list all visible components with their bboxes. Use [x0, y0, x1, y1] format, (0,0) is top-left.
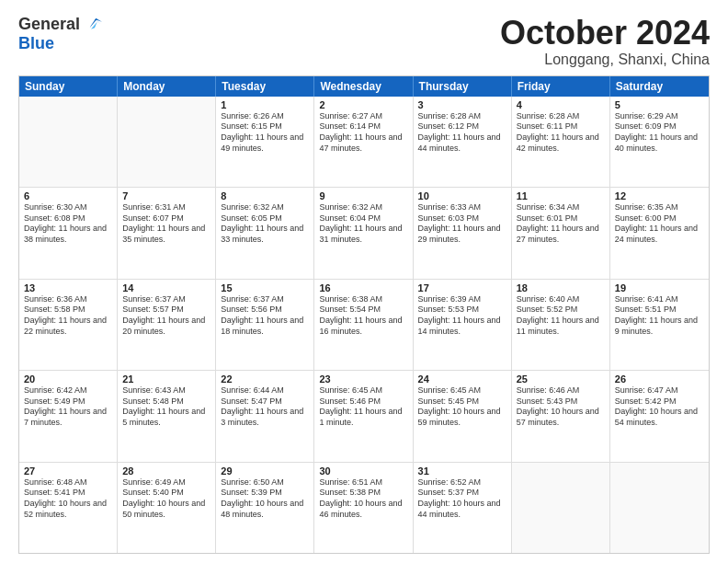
calendar-cell: [610, 463, 709, 553]
day-number: 3: [418, 99, 506, 110]
calendar-cell: 16Sunrise: 6:38 AM Sunset: 5:54 PM Dayli…: [314, 280, 413, 370]
header-day-wednesday: Wednesday: [314, 76, 413, 97]
cell-info: Sunrise: 6:52 AM Sunset: 5:37 PM Dayligh…: [418, 477, 506, 521]
cell-info: Sunrise: 6:28 AM Sunset: 6:12 PM Dayligh…: [418, 111, 506, 155]
day-number: 25: [517, 373, 605, 385]
calendar-week-2: 6Sunrise: 6:30 AM Sunset: 6:08 PM Daylig…: [19, 188, 709, 279]
day-number: 10: [418, 190, 506, 201]
header-day-tuesday: Tuesday: [216, 76, 314, 97]
cell-info: Sunrise: 6:32 AM Sunset: 6:05 PM Dayligh…: [221, 202, 309, 246]
cell-info: Sunrise: 6:28 AM Sunset: 6:11 PM Dayligh…: [517, 111, 605, 155]
page: General Blue October 2024 Longgang, Shan…: [0, 0, 728, 563]
calendar-cell: 12Sunrise: 6:35 AM Sunset: 6:00 PM Dayli…: [610, 188, 709, 278]
calendar-cell: 4Sunrise: 6:28 AM Sunset: 6:11 PM Daylig…: [512, 97, 610, 187]
day-number: 27: [24, 465, 112, 477]
calendar-cell: 5Sunrise: 6:29 AM Sunset: 6:09 PM Daylig…: [610, 97, 709, 187]
calendar-cell: 14Sunrise: 6:37 AM Sunset: 5:57 PM Dayli…: [118, 280, 216, 370]
logo-bird-icon: [84, 16, 102, 34]
day-number: 26: [615, 373, 704, 385]
day-number: 17: [418, 282, 506, 293]
header-day-friday: Friday: [512, 76, 610, 97]
day-number: 13: [24, 282, 112, 293]
calendar-cell: 10Sunrise: 6:33 AM Sunset: 6:03 PM Dayli…: [414, 188, 512, 278]
cell-info: Sunrise: 6:44 AM Sunset: 5:47 PM Dayligh…: [221, 385, 309, 429]
calendar-cell: 31Sunrise: 6:52 AM Sunset: 5:37 PM Dayli…: [414, 463, 512, 553]
cell-info: Sunrise: 6:48 AM Sunset: 5:41 PM Dayligh…: [24, 477, 112, 521]
calendar-body: 1Sunrise: 6:26 AM Sunset: 6:15 PM Daylig…: [19, 97, 709, 553]
day-number: 4: [517, 99, 605, 110]
calendar-week-5: 27Sunrise: 6:48 AM Sunset: 5:41 PM Dayli…: [19, 463, 709, 553]
cell-info: Sunrise: 6:27 AM Sunset: 6:14 PM Dayligh…: [319, 111, 407, 155]
day-number: 9: [319, 190, 407, 201]
calendar-cell: 1Sunrise: 6:26 AM Sunset: 6:15 PM Daylig…: [216, 97, 314, 187]
day-number: 14: [122, 282, 210, 293]
svg-marker-0: [90, 17, 102, 28]
header-day-thursday: Thursday: [414, 76, 512, 97]
calendar-cell: [118, 97, 216, 187]
calendar-cell: 11Sunrise: 6:34 AM Sunset: 6:01 PM Dayli…: [512, 188, 610, 278]
calendar-cell: 17Sunrise: 6:39 AM Sunset: 5:53 PM Dayli…: [414, 280, 512, 370]
calendar-cell: 24Sunrise: 6:45 AM Sunset: 5:45 PM Dayli…: [414, 371, 512, 461]
calendar-cell: 27Sunrise: 6:48 AM Sunset: 5:41 PM Dayli…: [19, 463, 118, 553]
cell-info: Sunrise: 6:26 AM Sunset: 6:15 PM Dayligh…: [221, 111, 309, 155]
calendar-cell: 26Sunrise: 6:47 AM Sunset: 5:42 PM Dayli…: [610, 371, 709, 461]
calendar-cell: 21Sunrise: 6:43 AM Sunset: 5:48 PM Dayli…: [118, 371, 216, 461]
day-number: 8: [221, 190, 309, 201]
day-number: 20: [24, 373, 112, 385]
cell-info: Sunrise: 6:47 AM Sunset: 5:42 PM Dayligh…: [615, 385, 704, 429]
cell-info: Sunrise: 6:42 AM Sunset: 5:49 PM Dayligh…: [24, 385, 112, 429]
calendar-cell: 25Sunrise: 6:46 AM Sunset: 5:43 PM Dayli…: [512, 371, 610, 461]
calendar-cell: 18Sunrise: 6:40 AM Sunset: 5:52 PM Dayli…: [512, 280, 610, 370]
day-number: 6: [24, 190, 112, 201]
day-number: 5: [615, 99, 704, 110]
location: Longgang, Shanxi, China: [500, 52, 710, 68]
calendar-cell: 28Sunrise: 6:49 AM Sunset: 5:40 PM Dayli…: [118, 463, 216, 553]
logo: General Blue: [18, 15, 102, 53]
cell-info: Sunrise: 6:33 AM Sunset: 6:03 PM Dayligh…: [418, 202, 506, 246]
cell-info: Sunrise: 6:38 AM Sunset: 5:54 PM Dayligh…: [319, 294, 407, 338]
cell-info: Sunrise: 6:43 AM Sunset: 5:48 PM Dayligh…: [122, 385, 210, 429]
day-number: 15: [221, 282, 309, 293]
day-number: 28: [122, 465, 210, 477]
cell-info: Sunrise: 6:31 AM Sunset: 6:07 PM Dayligh…: [122, 202, 210, 246]
calendar-cell: 29Sunrise: 6:50 AM Sunset: 5:39 PM Dayli…: [216, 463, 314, 553]
day-number: 30: [319, 465, 407, 477]
calendar-cell: 9Sunrise: 6:32 AM Sunset: 6:04 PM Daylig…: [314, 188, 413, 278]
calendar-header: SundayMondayTuesdayWednesdayThursdayFrid…: [19, 76, 709, 97]
cell-info: Sunrise: 6:34 AM Sunset: 6:01 PM Dayligh…: [517, 202, 605, 246]
day-number: 7: [122, 190, 210, 201]
day-number: 11: [517, 190, 605, 201]
day-number: 19: [615, 282, 704, 293]
calendar-cell: 22Sunrise: 6:44 AM Sunset: 5:47 PM Dayli…: [216, 371, 314, 461]
day-number: 21: [122, 373, 210, 385]
calendar-cell: [19, 97, 118, 187]
cell-info: Sunrise: 6:50 AM Sunset: 5:39 PM Dayligh…: [221, 477, 309, 521]
calendar-cell: 3Sunrise: 6:28 AM Sunset: 6:12 PM Daylig…: [414, 97, 512, 187]
calendar-cell: 8Sunrise: 6:32 AM Sunset: 6:05 PM Daylig…: [216, 188, 314, 278]
day-number: 31: [418, 465, 506, 477]
calendar-cell: 13Sunrise: 6:36 AM Sunset: 5:58 PM Dayli…: [19, 280, 118, 370]
cell-info: Sunrise: 6:37 AM Sunset: 5:57 PM Dayligh…: [122, 294, 210, 338]
day-number: 1: [221, 99, 309, 110]
calendar-week-3: 13Sunrise: 6:36 AM Sunset: 5:58 PM Dayli…: [19, 280, 709, 371]
calendar-cell: 30Sunrise: 6:51 AM Sunset: 5:38 PM Dayli…: [314, 463, 413, 553]
calendar-cell: 6Sunrise: 6:30 AM Sunset: 6:08 PM Daylig…: [19, 188, 118, 278]
cell-info: Sunrise: 6:45 AM Sunset: 5:45 PM Dayligh…: [418, 385, 506, 429]
calendar-cell: 15Sunrise: 6:37 AM Sunset: 5:56 PM Dayli…: [216, 280, 314, 370]
calendar-cell: 23Sunrise: 6:45 AM Sunset: 5:46 PM Dayli…: [314, 371, 413, 461]
cell-info: Sunrise: 6:36 AM Sunset: 5:58 PM Dayligh…: [24, 294, 112, 338]
calendar-cell: 7Sunrise: 6:31 AM Sunset: 6:07 PM Daylig…: [118, 188, 216, 278]
header-day-saturday: Saturday: [610, 76, 709, 97]
header-day-monday: Monday: [118, 76, 216, 97]
calendar-cell: [512, 463, 610, 553]
calendar-cell: 20Sunrise: 6:42 AM Sunset: 5:49 PM Dayli…: [19, 371, 118, 461]
cell-info: Sunrise: 6:51 AM Sunset: 5:38 PM Dayligh…: [319, 477, 407, 521]
title-block: October 2024 Longgang, Shanxi, China: [500, 15, 710, 68]
day-number: 29: [221, 465, 309, 477]
logo-blue-text: Blue: [18, 34, 54, 53]
cell-info: Sunrise: 6:29 AM Sunset: 6:09 PM Dayligh…: [615, 111, 704, 155]
cell-info: Sunrise: 6:49 AM Sunset: 5:40 PM Dayligh…: [122, 477, 210, 521]
calendar: SundayMondayTuesdayWednesdayThursdayFrid…: [18, 75, 710, 554]
day-number: 2: [319, 99, 407, 110]
cell-info: Sunrise: 6:40 AM Sunset: 5:52 PM Dayligh…: [517, 294, 605, 338]
